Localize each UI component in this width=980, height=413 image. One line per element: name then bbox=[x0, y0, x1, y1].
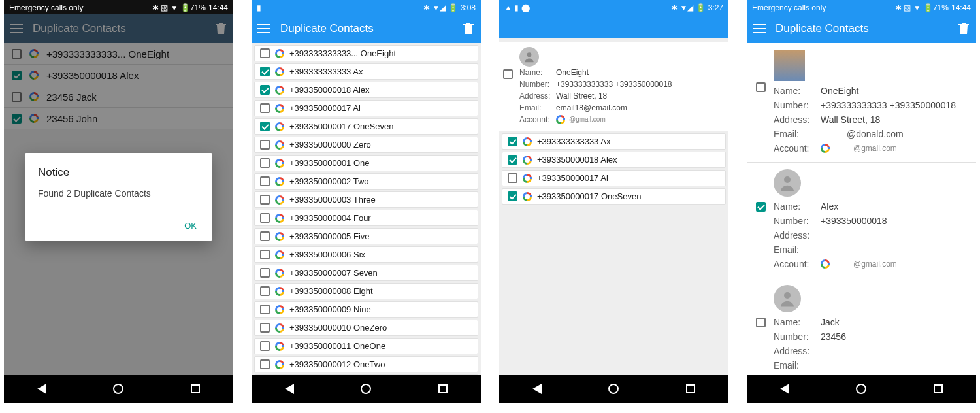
nav-recent-icon[interactable] bbox=[686, 384, 695, 393]
label-account: Account: bbox=[774, 257, 821, 271]
contact-row[interactable]: +393350000001 One bbox=[254, 155, 478, 171]
google-icon bbox=[275, 287, 284, 296]
select-checkbox[interactable] bbox=[260, 250, 270, 259]
select-checkbox[interactable] bbox=[756, 202, 766, 212]
detail-list[interactable]: Name:OneEight Number:+393333333333 +3933… bbox=[499, 38, 728, 375]
nav-home-icon[interactable] bbox=[856, 384, 866, 394]
contact-row[interactable]: +393350000006 Six bbox=[254, 246, 478, 263]
menu-icon[interactable] bbox=[257, 22, 271, 36]
dialog-ok-button[interactable]: OK bbox=[182, 217, 199, 235]
contact-row[interactable]: +393350000017 OneSeven bbox=[254, 118, 478, 135]
nav-recent-icon[interactable] bbox=[191, 384, 200, 393]
nav-home-icon[interactable] bbox=[608, 384, 619, 394]
select-checkbox[interactable] bbox=[756, 318, 766, 327]
contact-row[interactable]: +393350000000 Zero bbox=[254, 137, 478, 153]
select-checkbox[interactable] bbox=[260, 103, 270, 113]
nav-home-icon[interactable] bbox=[361, 384, 371, 394]
google-icon bbox=[275, 86, 284, 95]
label-account: Account: bbox=[774, 141, 821, 156]
select-checkbox[interactable] bbox=[260, 231, 270, 241]
google-icon bbox=[523, 137, 532, 146]
nav-back-icon[interactable] bbox=[780, 384, 789, 394]
contact-row[interactable]: +393350000004 Four bbox=[254, 210, 478, 226]
contact-label: +393333333333... OneEight bbox=[289, 48, 396, 58]
contact-row[interactable]: +393350000017 Al bbox=[254, 100, 478, 116]
contact-label: +393333333333 Ax bbox=[537, 137, 610, 146]
select-checkbox[interactable] bbox=[260, 213, 270, 223]
contact-row[interactable]: +393333333333... OneEight bbox=[254, 45, 478, 61]
google-icon bbox=[275, 140, 284, 150]
label-email: Email: bbox=[774, 358, 821, 372]
contact-row[interactable]: +393350000008 Eight bbox=[254, 283, 478, 299]
contact-label: +393350000009 Nine bbox=[289, 305, 371, 314]
select-checkbox[interactable] bbox=[260, 122, 270, 131]
select-checkbox[interactable] bbox=[508, 173, 517, 183]
contact-row[interactable]: +393333333333 Ax bbox=[502, 133, 726, 150]
contact-row[interactable]: +393350000011 OneOne bbox=[254, 338, 478, 354]
select-checkbox[interactable] bbox=[508, 155, 517, 165]
contacts-list[interactable]: +393333333333... OneEight+393333333333 A… bbox=[252, 43, 481, 375]
contact-row[interactable]: +393350000010 OneZero bbox=[254, 320, 478, 336]
select-checkbox[interactable] bbox=[260, 341, 270, 351]
nav-back-icon[interactable] bbox=[532, 384, 542, 394]
select-checkbox[interactable] bbox=[508, 191, 517, 201]
detail-list[interactable]: Name:OneEightNumber:+393333333333 +39335… bbox=[747, 43, 976, 375]
contact-label: +393333333333 Ax bbox=[289, 67, 363, 76]
google-icon bbox=[275, 104, 284, 113]
nav-back-icon[interactable] bbox=[37, 384, 46, 394]
delete-icon[interactable] bbox=[461, 22, 476, 36]
select-checkbox[interactable] bbox=[260, 323, 270, 333]
contact-detail-card: Name:OneEight Number:+393333333333 +3933… bbox=[499, 42, 728, 131]
status-bar: ▲ ▮ ⬤ ✱ ▼◢ 🔋 3:27 bbox=[499, 0, 728, 14]
nav-home-icon[interactable] bbox=[113, 384, 123, 394]
contact-row[interactable]: +393333333333 Ax bbox=[254, 63, 478, 80]
select-checkbox[interactable] bbox=[260, 195, 270, 205]
contact-label: +393350000010 OneZero bbox=[289, 323, 387, 333]
screenshot-1: Emergency calls only ✱ ▧ ▼ 🔋71% 14:44 Du… bbox=[4, 0, 233, 403]
menu-icon[interactable] bbox=[752, 22, 766, 36]
google-icon bbox=[275, 250, 284, 259]
label-number: Number: bbox=[774, 214, 821, 228]
label-address: Address: bbox=[774, 112, 821, 127]
contact-row[interactable]: +393350000009 Nine bbox=[254, 301, 478, 318]
contact-row[interactable]: +393350000012 OneTwo bbox=[254, 356, 478, 372]
select-checkbox[interactable] bbox=[260, 359, 270, 369]
contact-row[interactable]: +393350000003 Three bbox=[254, 191, 478, 208]
select-checkbox[interactable] bbox=[260, 286, 270, 296]
select-checkbox[interactable] bbox=[260, 268, 270, 278]
contact-row[interactable]: +393350000002 Two bbox=[254, 173, 478, 190]
select-checkbox[interactable] bbox=[260, 67, 270, 76]
contact-row[interactable]: +393350000005 Five bbox=[254, 228, 478, 244]
select-checkbox[interactable] bbox=[260, 158, 270, 168]
contact-row[interactable]: +393350000017 OneSeven bbox=[502, 188, 726, 205]
contact-label: +393350000018 Alex bbox=[537, 155, 617, 165]
contact-row[interactable]: +393350000007 Seven bbox=[254, 265, 478, 281]
notice-dialog: Notice Found 2 Duplicate Contacts OK bbox=[25, 153, 212, 241]
select-checkbox[interactable] bbox=[756, 82, 766, 92]
app-bar: Duplicate Contacts bbox=[747, 14, 976, 43]
select-checkbox[interactable] bbox=[260, 48, 270, 58]
nav-bar bbox=[4, 375, 233, 403]
select-checkbox[interactable] bbox=[260, 176, 270, 186]
value-name: Alex bbox=[821, 199, 838, 214]
select-checkbox[interactable] bbox=[260, 140, 270, 150]
google-icon bbox=[275, 214, 284, 223]
value-address: Wall Street, 18 bbox=[556, 90, 607, 102]
nav-recent-icon[interactable] bbox=[934, 384, 943, 393]
select-checkbox[interactable] bbox=[503, 69, 513, 79]
app-bar: Duplicate Contacts bbox=[252, 14, 481, 43]
contact-label: +393350000002 Two bbox=[289, 176, 369, 186]
delete-icon[interactable] bbox=[956, 22, 971, 36]
select-checkbox[interactable] bbox=[508, 137, 517, 146]
contact-row[interactable]: +393350000018 Alex bbox=[254, 82, 478, 98]
value-account: @gmail.com bbox=[853, 257, 897, 271]
nav-back-icon[interactable] bbox=[285, 384, 294, 394]
contact-label: +393350000017 Al bbox=[289, 103, 361, 113]
nav-recent-icon[interactable] bbox=[438, 384, 448, 393]
contact-row[interactable]: +393350000017 Al bbox=[502, 170, 726, 186]
value-email: @donald.com bbox=[847, 127, 904, 141]
contact-row[interactable]: +393350000018 Alex bbox=[502, 152, 726, 168]
select-checkbox[interactable] bbox=[260, 305, 270, 314]
select-checkbox[interactable] bbox=[260, 85, 270, 95]
dialog-title: Notice bbox=[38, 166, 199, 179]
